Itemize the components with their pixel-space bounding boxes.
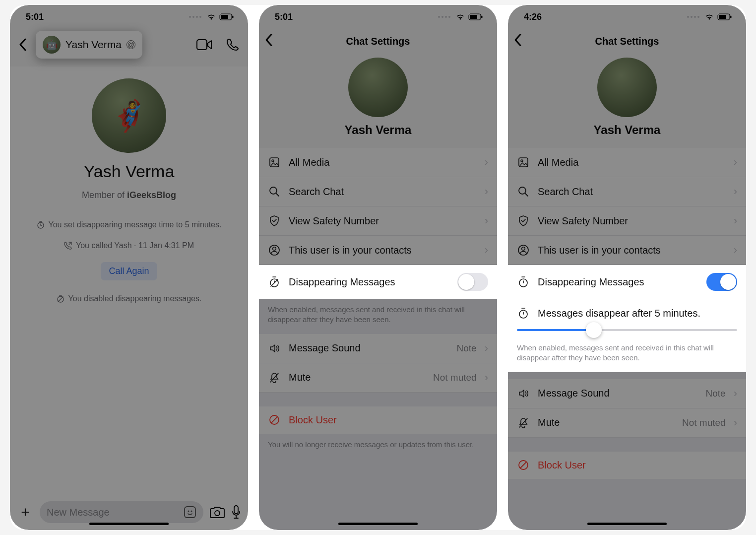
chevron-right-icon: › — [485, 156, 488, 169]
svg-rect-2 — [232, 16, 234, 18]
contact-icon — [268, 245, 281, 256]
search-icon — [517, 186, 530, 197]
phone-settings-on: 4:26 Chat Settings Yash Verma All Media›… — [508, 5, 746, 530]
svg-rect-22 — [719, 15, 726, 19]
profile-block: Yash Verma — [508, 54, 746, 148]
profile-name: Yash Verma — [594, 123, 661, 137]
status-right — [189, 13, 234, 20]
voice-call-icon[interactable] — [226, 38, 239, 51]
duration-slider[interactable] — [508, 327, 746, 341]
svg-rect-23 — [730, 16, 732, 18]
disappearing-toggle[interactable] — [457, 273, 488, 291]
home-indicator[interactable] — [587, 523, 667, 525]
cell-safety-number[interactable]: View Safety Number› — [508, 206, 746, 236]
svg-point-9 — [215, 511, 220, 516]
svg-point-25 — [521, 160, 523, 162]
settings-navbar: Chat Settings — [259, 29, 497, 54]
cell-in-contacts[interactable]: This user is in your contacts› — [508, 236, 746, 265]
cell-mute[interactable]: Mute Not muted › — [259, 363, 497, 393]
contact-name-header: Yash Verma — [65, 39, 122, 51]
svg-rect-3 — [197, 40, 207, 50]
system-timer-disabled: You disabled disappearing messages. — [52, 294, 207, 303]
cell-all-media[interactable]: All Media › — [259, 148, 497, 177]
message-input[interactable]: New Message — [40, 501, 203, 523]
profile-block: Yash Verma — [259, 54, 497, 148]
system-call-log: You called Yash · 11 Jan 4:31 PM — [59, 241, 199, 250]
home-indicator[interactable] — [338, 523, 418, 525]
chevron-right-icon: › — [485, 342, 488, 355]
back-button[interactable] — [514, 34, 522, 49]
svg-rect-6 — [185, 507, 195, 518]
home-indicator[interactable] — [89, 523, 169, 525]
navbar-title: Chat Settings — [595, 36, 659, 47]
sticker-icon[interactable] — [184, 506, 196, 519]
phone-settings-off: 5:01 Chat Settings Yash Verma All Media … — [259, 5, 497, 530]
media-icon — [517, 157, 530, 168]
disappearing-footer: When enabled, messages sent and received… — [508, 341, 746, 372]
back-button[interactable] — [15, 34, 31, 56]
disappearing-toggle[interactable] — [706, 273, 737, 291]
message-placeholder: New Message — [47, 507, 179, 518]
navbar-title: Chat Settings — [346, 36, 410, 47]
shield-icon — [268, 215, 281, 227]
mute-icon — [517, 417, 530, 429]
cell-disappearing-messages[interactable]: Disappearing Messages — [508, 265, 746, 299]
status-bar: 5:01 — [259, 5, 497, 29]
video-call-icon[interactable] — [196, 39, 212, 50]
status-time: 5:01 — [275, 12, 293, 22]
cell-safety-number[interactable]: View Safety Number › — [259, 206, 497, 236]
mute-icon — [268, 372, 281, 384]
chevron-right-icon: › — [485, 371, 488, 384]
back-button[interactable] — [265, 34, 273, 49]
profile-name: Yash Verma — [345, 123, 412, 137]
wifi-icon — [455, 13, 465, 20]
svg-rect-10 — [234, 506, 238, 514]
contact-header-button[interactable]: 🤖 Yash Verma @ — [36, 31, 142, 59]
mic-icon[interactable] — [231, 505, 241, 520]
cell-disappearing-messages[interactable]: Disappearing Messages — [259, 265, 497, 299]
status-time: 4:26 — [524, 12, 542, 22]
svg-point-7 — [188, 511, 189, 512]
cell-message-sound[interactable]: Message Sound Note › — [508, 379, 746, 408]
block-icon — [517, 460, 530, 470]
battery-icon — [468, 13, 483, 20]
cell-message-sound[interactable]: Message Sound Note › — [259, 334, 497, 363]
chevron-right-icon: › — [485, 185, 488, 198]
attach-button[interactable]: + — [17, 504, 34, 521]
contact-icon — [517, 245, 530, 256]
cell-all-media[interactable]: All Media› — [508, 148, 746, 177]
avatar — [348, 58, 408, 117]
timer-icon — [517, 307, 530, 319]
svg-point-8 — [191, 511, 192, 512]
settings-navbar: Chat Settings — [508, 29, 746, 54]
wifi-icon — [206, 13, 216, 20]
system-timer-set: You set disappearing message time to 5 m… — [32, 220, 227, 229]
verified-icon: @ — [126, 40, 135, 49]
sound-icon — [517, 388, 530, 399]
contact-name: Yash Verma — [84, 162, 175, 181]
block-footer: You will no longer receive messages or u… — [259, 434, 497, 459]
cell-mute[interactable]: Mute Not muted › — [508, 408, 746, 438]
cell-block-user[interactable]: Block User — [259, 406, 497, 434]
camera-icon[interactable] — [209, 506, 225, 519]
cell-search-chat[interactable]: Search Chat› — [508, 177, 746, 206]
media-icon — [268, 157, 281, 168]
status-bar: 4:26 — [508, 5, 746, 29]
svg-rect-13 — [481, 16, 483, 18]
status-bar: 5:01 — [10, 5, 248, 29]
battery-icon — [717, 13, 732, 20]
chat-header: 🤖 Yash Verma @ — [10, 29, 248, 67]
phone-chat-screen: 5:01 🤖 Yash Verma @ 🦸 Yash Verma Member … — [10, 5, 248, 530]
cell-search-chat[interactable]: Search Chat › — [259, 177, 497, 206]
avatar — [597, 58, 657, 117]
cell-block-user[interactable]: Block User — [508, 452, 746, 479]
status-time: 5:01 — [26, 12, 44, 22]
search-icon — [268, 186, 281, 197]
chevron-right-icon: › — [485, 214, 488, 227]
sound-icon — [268, 343, 281, 354]
cell-in-contacts[interactable]: This user is in your contacts › — [259, 236, 497, 265]
member-of: Member of iGeeksBlog — [82, 190, 176, 201]
avatar-large: 🦸 — [92, 78, 166, 153]
timer-off-icon — [57, 295, 64, 303]
call-again-button[interactable]: Call Again — [101, 262, 157, 280]
